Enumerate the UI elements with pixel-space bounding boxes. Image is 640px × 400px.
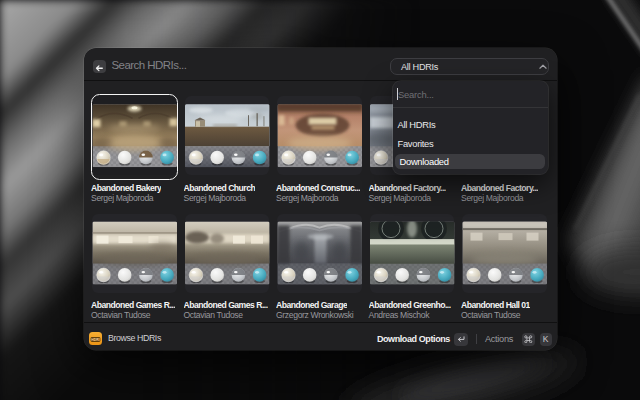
svg-text:HDRI: HDRI — [91, 337, 99, 341]
